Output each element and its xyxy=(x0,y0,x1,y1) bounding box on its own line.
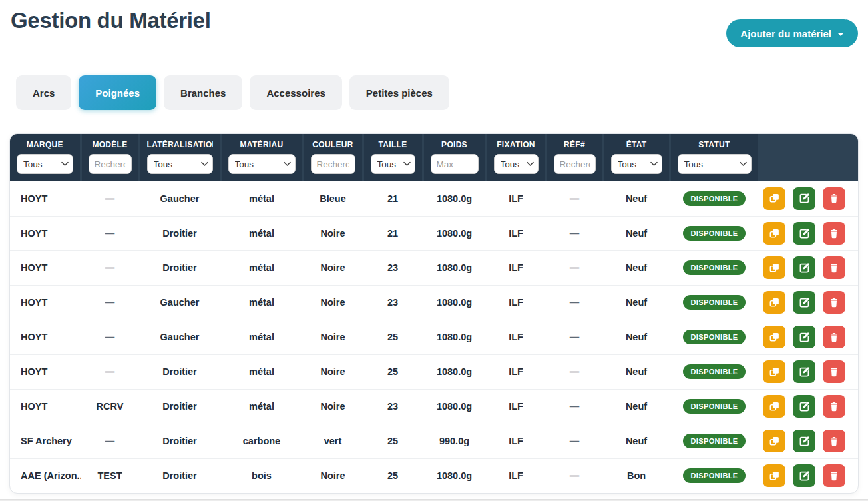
filter-select-lateralisation[interactable]: Tous xyxy=(147,154,213,174)
delete-button[interactable] xyxy=(823,291,845,314)
cell-actions xyxy=(759,320,859,354)
edit-icon xyxy=(799,297,810,308)
column-header-couleur: COULEUR xyxy=(303,134,363,181)
filter-select-taille[interactable]: Tous xyxy=(371,154,415,174)
cell-marque: HOYT xyxy=(10,216,81,250)
edit-button[interactable] xyxy=(793,464,815,487)
cell-taille: 21 xyxy=(363,181,423,216)
filter-select-materiau[interactable]: Tous xyxy=(228,154,296,174)
cell-lateralisation: Gaucher xyxy=(139,285,220,320)
filter-input-ref[interactable] xyxy=(554,154,596,174)
tab-arcs[interactable]: Arcs xyxy=(16,75,71,110)
delete-button[interactable] xyxy=(823,360,845,383)
table-row: HOYT—GauchermétalNoire251080.0gILF—NeufD… xyxy=(10,320,859,354)
cell-materiau: métal xyxy=(220,216,303,250)
cell-modele: — xyxy=(81,424,139,458)
edit-button[interactable] xyxy=(793,326,815,348)
cell-statut: DISPONIBLE xyxy=(670,424,759,458)
edit-icon xyxy=(799,436,810,447)
filter-select-marque[interactable]: Tous xyxy=(17,154,73,174)
filter-select-etat[interactable]: Tous xyxy=(611,154,662,174)
cell-fixation: ILF xyxy=(486,216,546,250)
cell-etat: Neuf xyxy=(603,320,670,354)
delete-button[interactable] xyxy=(823,430,845,452)
table-row: HOYT—DroitiermétalNoire211080.0gILF—Neuf… xyxy=(10,216,859,250)
duplicate-button[interactable] xyxy=(763,187,785,210)
cell-materiau: métal xyxy=(220,389,303,424)
cell-couleur: Noire xyxy=(303,250,363,285)
category-tabs: ArcsPoignéesBranchesAccessoiresPetites p… xyxy=(16,75,449,110)
filter-select-wrap-fixation: Tous xyxy=(494,154,539,174)
delete-button[interactable] xyxy=(823,256,845,279)
duplicate-button[interactable] xyxy=(763,395,785,418)
table-row: HOYT—DroitiermétalNoire231080.0gILF—Neuf… xyxy=(10,250,859,285)
delete-button[interactable] xyxy=(823,222,845,245)
filter-select-statut[interactable]: Tous xyxy=(678,154,752,174)
duplicate-button[interactable] xyxy=(763,291,785,314)
add-material-button[interactable]: Ajouter du matériel xyxy=(726,19,858,47)
edit-button[interactable] xyxy=(793,360,815,383)
cell-fixation: ILF xyxy=(486,458,546,493)
copy-icon xyxy=(769,193,780,204)
filter-input-modele[interactable] xyxy=(89,154,132,174)
cell-marque: HOYT xyxy=(10,181,81,216)
duplicate-button[interactable] xyxy=(763,464,785,487)
column-header-ref: RÉF# xyxy=(546,134,603,181)
cell-lateralisation: Droitier xyxy=(139,424,220,458)
cell-ref: — xyxy=(546,181,603,216)
cell-ref: — xyxy=(546,320,603,354)
cell-taille: 25 xyxy=(363,354,423,389)
cell-couleur: Noire xyxy=(303,389,363,424)
tab-accessoires[interactable]: Accessoires xyxy=(250,75,341,110)
copy-icon xyxy=(769,228,780,239)
filter-select-fixation[interactable]: Tous xyxy=(494,154,539,174)
filter-input-poids[interactable] xyxy=(431,154,479,174)
delete-button[interactable] xyxy=(823,395,845,418)
tab-poignees[interactable]: Poignées xyxy=(79,75,156,110)
cell-taille: 23 xyxy=(363,285,423,320)
cell-etat: Neuf xyxy=(603,285,670,320)
duplicate-button[interactable] xyxy=(763,326,785,348)
cell-taille: 25 xyxy=(363,458,423,493)
cell-marque: HOYT xyxy=(10,320,81,354)
cell-ref: — xyxy=(546,354,603,389)
edit-button[interactable] xyxy=(793,222,815,245)
trash-icon xyxy=(829,401,839,412)
filter-input-couleur[interactable] xyxy=(311,154,355,174)
column-label-materiau: MATÉRIAU xyxy=(228,140,296,149)
status-badge: DISPONIBLE xyxy=(683,364,745,379)
column-header-poids: POIDS xyxy=(423,134,486,181)
edit-button[interactable] xyxy=(793,291,815,314)
cell-statut: DISPONIBLE xyxy=(670,181,759,216)
cell-lateralisation: Gaucher xyxy=(139,181,220,216)
edit-button[interactable] xyxy=(793,187,815,210)
edit-icon xyxy=(799,193,810,204)
column-label-lateralisation: LATÉRALISATION xyxy=(147,140,213,149)
cell-modele: RCRV xyxy=(81,389,139,424)
edit-button[interactable] xyxy=(793,395,815,418)
delete-button[interactable] xyxy=(823,326,845,348)
tab-branches[interactable]: Branches xyxy=(164,75,242,110)
cell-couleur: Noire xyxy=(303,285,363,320)
trash-icon xyxy=(829,228,839,239)
delete-button[interactable] xyxy=(823,464,845,487)
edit-button[interactable] xyxy=(793,430,815,452)
cell-fixation: ILF xyxy=(486,389,546,424)
cell-actions xyxy=(759,250,859,285)
delete-button[interactable] xyxy=(823,187,845,210)
edit-button[interactable] xyxy=(793,256,815,279)
tab-petites-pieces[interactable]: Petites pièces xyxy=(349,75,449,110)
column-header-materiau: MATÉRIAUTous xyxy=(220,134,303,181)
cell-taille: 25 xyxy=(363,424,423,458)
cell-lateralisation: Droitier xyxy=(139,354,220,389)
duplicate-button[interactable] xyxy=(763,430,785,452)
duplicate-button[interactable] xyxy=(763,360,785,383)
duplicate-button[interactable] xyxy=(763,256,785,279)
status-badge: DISPONIBLE xyxy=(683,260,745,275)
cell-statut: DISPONIBLE xyxy=(670,216,759,250)
cell-fixation: ILF xyxy=(486,320,546,354)
cell-actions xyxy=(759,181,859,216)
table-row: HOYTRCRVDroitiermétalNoire231080.0gILF—N… xyxy=(10,389,859,424)
edit-icon xyxy=(799,401,810,412)
duplicate-button[interactable] xyxy=(763,222,785,245)
